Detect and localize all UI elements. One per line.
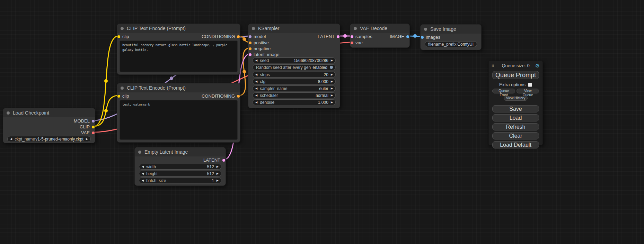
latent-slot-dot[interactable] (337, 35, 339, 38)
conditioning-slot-dot[interactable] (249, 47, 252, 50)
node-collapse-dot[interactable] (138, 151, 141, 154)
settings-gear-icon[interactable]: ⚙ (535, 63, 540, 69)
node-save-image[interactable]: Save Image images filename_prefix ComfyU… (420, 24, 482, 50)
widget-filename-prefix[interactable]: filename_prefix ComfyUI (425, 41, 477, 47)
input-slot-clip[interactable]: clip (117, 34, 129, 39)
node-collapse-dot[interactable] (424, 28, 427, 31)
output-slot-image[interactable]: IMAGE (390, 34, 409, 39)
node-title-bar[interactable]: Save Image (421, 25, 481, 34)
conditioning-slot-dot[interactable] (237, 35, 240, 38)
node-collapse-dot[interactable] (121, 27, 124, 30)
arrow-left-icon[interactable]: ◀ (142, 179, 144, 182)
arrow-left-icon[interactable]: ◀ (255, 73, 257, 76)
output-slot-conditioning[interactable]: CONDITIONING (202, 93, 240, 99)
view-queue-button[interactable]: View Queue (517, 89, 539, 93)
arrow-left-icon[interactable]: ◀ (255, 80, 257, 83)
widget-random-seed-toggle[interactable]: Random seed after every gen enabled (253, 64, 336, 70)
arrow-right-icon[interactable]: ▶ (217, 172, 219, 175)
load-default-button[interactable]: Load Default (492, 141, 539, 148)
node-ksampler[interactable]: KSampler model positive negative latent_… (248, 24, 340, 108)
node-title-bar[interactable]: Empty Latent Image (135, 147, 226, 156)
node-collapse-dot[interactable] (252, 27, 255, 30)
node-title-bar[interactable]: CLIP Text Encode (Prompt) (117, 24, 240, 33)
node-vae-decode[interactable]: VAE Decode samples vae IMAGE (350, 24, 410, 48)
conditioning-slot-dot[interactable] (249, 42, 252, 44)
output-slot-vae[interactable]: VAE (81, 130, 95, 136)
arrow-left-icon[interactable]: ◀ (255, 59, 257, 62)
widget-scheduler[interactable]: ◀ scheduler normal ▶ (253, 92, 336, 98)
image-slot-dot[interactable] (406, 35, 409, 38)
arrow-right-icon[interactable]: ▶ (331, 59, 333, 62)
extra-options-checkbox[interactable] (528, 83, 532, 87)
input-slot-model[interactable]: model (249, 34, 266, 39)
input-slot-samples[interactable]: samples (351, 34, 372, 39)
node-collapse-dot[interactable] (121, 87, 124, 90)
queue-front-button[interactable]: Queue Front (492, 89, 515, 93)
widget-batch-size[interactable]: ◀ batch_size 1 ▶ (139, 178, 221, 183)
arrow-right-icon[interactable]: ▶ (217, 165, 219, 168)
output-slot-latent[interactable]: LATENT (203, 157, 225, 163)
output-slot-conditioning[interactable]: CONDITIONING (202, 34, 240, 39)
arrow-left-icon[interactable]: ◀ (255, 87, 257, 90)
arrow-right-icon[interactable]: ▶ (86, 138, 88, 141)
node-title-bar[interactable]: VAE Decode (350, 24, 409, 33)
arrow-right-icon[interactable]: ▶ (331, 87, 333, 90)
node-collapse-dot[interactable] (7, 111, 10, 115)
input-slot-clip[interactable]: clip (117, 93, 129, 99)
node-clip-text-encode-negative[interactable]: CLIP Text Encode (Prompt) clip CONDITION… (117, 83, 240, 143)
arrow-left-icon[interactable]: ◀ (10, 138, 12, 141)
clear-button[interactable]: Clear (492, 132, 539, 139)
node-title-bar[interactable]: KSampler (248, 24, 340, 33)
widget-cfg[interactable]: ◀ cfg 8.000 ▶ (253, 79, 336, 84)
prompt-textarea[interactable]: text, watermark (120, 100, 238, 140)
arrow-right-icon[interactable]: ▶ (331, 80, 333, 83)
clip-slot-dot[interactable] (117, 95, 120, 98)
latent-slot-dot[interactable] (222, 159, 225, 162)
widget-ckpt-name[interactable]: ◀ ckpt_name v1-5-pruned-emaonly.ckpt ▶ (7, 136, 91, 142)
widget-sampler-name[interactable]: ◀ sampler_name euler ▶ (253, 85, 336, 91)
arrow-left-icon[interactable]: ◀ (142, 165, 144, 168)
node-clip-text-encode-positive[interactable]: CLIP Text Encode (Prompt) clip CONDITION… (117, 24, 240, 75)
latent-slot-dot[interactable] (249, 53, 252, 56)
arrow-right-icon[interactable]: ▶ (331, 73, 333, 76)
load-button[interactable]: Load (492, 114, 539, 121)
arrow-right-icon[interactable]: ▶ (331, 94, 333, 97)
arrow-right-icon[interactable]: ▶ (331, 101, 333, 104)
refresh-button[interactable]: Refresh (492, 123, 539, 130)
input-slot-images[interactable]: images (421, 34, 440, 40)
input-slot-latent-image[interactable]: latent_image (249, 52, 279, 57)
node-collapse-dot[interactable] (354, 27, 357, 30)
latent-slot-dot[interactable] (351, 35, 353, 38)
arrow-left-icon[interactable]: ◀ (142, 172, 144, 175)
output-slot-clip[interactable]: CLIP (80, 124, 95, 130)
node-title-bar[interactable]: CLIP Text Encode (Prompt) (117, 83, 240, 92)
input-slot-positive[interactable]: positive (249, 40, 269, 46)
output-slot-model[interactable]: MODEL (74, 118, 95, 124)
output-slot-latent[interactable]: LATENT (318, 34, 339, 39)
vae-slot-dot[interactable] (92, 132, 95, 134)
view-history-button[interactable]: View History (504, 96, 528, 101)
input-slot-vae[interactable]: vae (351, 40, 363, 46)
clip-slot-dot[interactable] (117, 35, 120, 38)
arrow-left-icon[interactable]: ◀ (255, 94, 257, 97)
node-graph-canvas[interactable]: Load Checkpoint MODEL CLIP VAE ◀ ckpt_na… (0, 0, 644, 244)
queue-prompt-button[interactable]: Queue Prompt (492, 71, 539, 79)
node-load-checkpoint[interactable]: Load Checkpoint MODEL CLIP VAE ◀ ckpt_na… (3, 108, 95, 143)
widget-height[interactable]: ◀ height 512 ▶ (139, 171, 221, 177)
widget-seed[interactable]: ◀ seed 156680208700286 ▶ (253, 57, 336, 63)
save-button[interactable]: Save (492, 105, 539, 112)
widget-denoise[interactable]: ◀ denoise 1.000 ▶ (253, 99, 336, 105)
model-slot-dot[interactable] (249, 35, 252, 38)
widget-steps[interactable]: ◀ steps 20 ▶ (253, 72, 336, 78)
input-slot-negative[interactable]: negative (249, 46, 271, 52)
arrow-right-icon[interactable]: ▶ (217, 179, 219, 182)
vae-slot-dot[interactable] (351, 42, 353, 44)
image-slot-dot[interactable] (421, 36, 424, 39)
node-title-bar[interactable]: Load Checkpoint (3, 108, 95, 117)
arrow-left-icon[interactable]: ◀ (255, 101, 257, 104)
node-empty-latent-image[interactable]: Empty Latent Image LATENT ◀ width 512 ▶ … (134, 147, 226, 186)
toggle-on-dot[interactable] (330, 66, 333, 69)
widget-width[interactable]: ◀ width 512 ▶ (139, 164, 221, 170)
clip-slot-dot[interactable] (92, 126, 95, 128)
prompt-textarea[interactable]: beautiful scenery nature glass bottle la… (120, 40, 238, 72)
